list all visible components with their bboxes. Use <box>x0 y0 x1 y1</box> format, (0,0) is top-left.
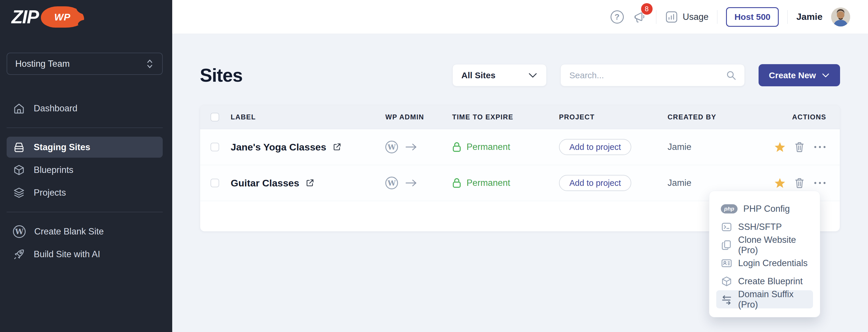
row-checkbox[interactable] <box>211 143 219 151</box>
clone-icon <box>721 239 732 251</box>
sidebar-item-label: Dashboard <box>34 103 78 113</box>
cube-icon <box>721 276 732 287</box>
sidebar-divider <box>7 128 163 128</box>
sidebar-item-staging-sites[interactable]: Staging Sites <box>7 137 163 158</box>
sidebar-item-build-site-with-ai[interactable]: Build Site with AI <box>7 244 163 265</box>
table-header-row: LABEL WP ADMIN TIME TO EXPIRE PROJECT CR… <box>200 105 840 129</box>
avatar[interactable] <box>831 7 850 27</box>
lock-icon <box>452 141 461 153</box>
column-header-project: PROJECT <box>559 113 668 121</box>
menu-item-label: Clone Website (Pro) <box>738 235 808 256</box>
star-icon[interactable] <box>774 178 785 188</box>
sidebar-nav: Dashboard Staging Sites Blueprints Proje… <box>7 98 163 266</box>
sidebar-item-create-blank-site[interactable]: W Create Blank Site <box>7 221 163 242</box>
cube-icon <box>13 164 25 176</box>
filter-selected-value: All Sites <box>461 70 495 80</box>
trash-icon[interactable] <box>795 141 804 153</box>
search-box <box>560 64 745 86</box>
home-icon <box>13 102 25 114</box>
menu-item-domain-suffix[interactable]: Domain Suffix (Pro) <box>716 290 813 308</box>
domain-suffix-icon <box>721 294 732 305</box>
logo-zip-text: ZIP <box>11 8 39 26</box>
select-all-checkbox[interactable] <box>211 113 219 122</box>
team-selector-label: Hosting Team <box>15 59 70 69</box>
trash-icon[interactable] <box>795 177 804 189</box>
user-name: Jamie <box>796 11 823 22</box>
row-checkbox[interactable] <box>211 179 219 187</box>
external-link-icon[interactable] <box>306 179 314 187</box>
column-header-actions: ACTIONS <box>768 113 826 121</box>
topbar: ? 8 Usage Host 500 Jamie <box>172 0 868 34</box>
archive-box-icon <box>13 141 25 153</box>
topbar-divider <box>656 10 656 24</box>
add-to-project-button[interactable]: Add to project <box>559 175 631 191</box>
menu-item-login-credentials[interactable]: Login Credentials <box>716 254 813 272</box>
sidebar-item-label: Projects <box>34 188 66 198</box>
menu-item-php-config[interactable]: php PHP Config <box>716 200 813 218</box>
chevron-down-icon <box>822 73 830 78</box>
sidebar-divider <box>7 212 163 212</box>
column-header-label: LABEL <box>231 113 385 121</box>
menu-item-clone-website[interactable]: Clone Website (Pro) <box>716 236 813 254</box>
menu-item-label: Login Credentials <box>738 258 808 268</box>
menu-item-create-blueprint[interactable]: Create Blueprint <box>716 272 813 290</box>
wordpress-admin-icon[interactable]: W <box>385 141 398 153</box>
arrow-right-icon[interactable] <box>405 179 417 187</box>
wordpress-icon: W <box>13 225 26 238</box>
zipwp-logo[interactable]: ZIP WP <box>11 6 84 28</box>
create-new-label: Create New <box>769 70 816 80</box>
ellipsis-menu-icon[interactable] <box>813 181 826 185</box>
created-by: Jamie <box>668 142 768 152</box>
help-button[interactable]: ? <box>611 10 624 24</box>
sidebar-item-blueprints[interactable]: Blueprints <box>7 159 163 180</box>
host-plan-button[interactable]: Host 500 <box>726 7 779 27</box>
column-header-time-to-expire: TIME TO EXPIRE <box>452 113 559 121</box>
add-to-project-button[interactable]: Add to project <box>559 139 631 155</box>
create-new-button[interactable]: Create New <box>758 64 840 86</box>
created-by: Jamie <box>668 178 768 188</box>
menu-item-label: PHP Config <box>743 204 790 214</box>
notifications-button[interactable]: 8 <box>632 9 647 25</box>
page-controls: All Sites Create New <box>453 64 840 86</box>
star-icon[interactable] <box>774 142 785 152</box>
sidebar: ZIP WP Hosting Team Dashboard Staging Si… <box>0 0 172 332</box>
sidebar-item-label: Create Blank Site <box>34 226 104 237</box>
page-header: Sites All Sites Create New <box>200 64 840 86</box>
terminal-icon <box>721 221 732 233</box>
help-icon: ? <box>611 10 624 24</box>
expire-status: Permanent <box>467 142 510 152</box>
team-selector[interactable]: Hosting Team <box>7 53 163 75</box>
wordpress-admin-icon[interactable]: W <box>385 177 398 189</box>
chevron-up-down-icon <box>146 58 154 70</box>
table-row: Jane's Yoga Classes W Permanent Add to p… <box>200 129 840 165</box>
sites-filter-select[interactable]: All Sites <box>453 64 547 86</box>
sidebar-item-label: Build Site with AI <box>34 249 100 260</box>
topbar-divider <box>787 10 788 24</box>
page-title: Sites <box>200 65 243 86</box>
id-card-icon <box>721 258 732 269</box>
wp-flame-icon: WP <box>41 6 84 28</box>
usage-button[interactable]: Usage <box>665 10 709 24</box>
column-header-wp-admin: WP ADMIN <box>385 113 452 121</box>
sidebar-item-label: Staging Sites <box>34 142 90 153</box>
menu-item-label: Domain Suffix (Pro) <box>738 289 808 310</box>
avatar-photo <box>831 7 850 27</box>
sidebar-item-dashboard[interactable]: Dashboard <box>7 98 163 119</box>
sidebar-item-label: Blueprints <box>34 165 73 175</box>
usage-label: Usage <box>683 12 709 22</box>
layers-icon <box>13 187 25 199</box>
ellipsis-menu-icon[interactable] <box>813 145 826 149</box>
external-link-icon[interactable] <box>333 143 341 151</box>
chevron-down-icon <box>528 72 538 78</box>
site-actions-menu: php PHP Config SSH/SFTP Clone Website (P… <box>709 191 820 317</box>
search-input[interactable] <box>560 64 745 86</box>
sidebar-item-projects[interactable]: Projects <box>7 182 163 203</box>
arrow-right-icon[interactable] <box>405 143 417 151</box>
expire-status: Permanent <box>467 178 510 188</box>
logo-wp-text: WP <box>54 11 70 23</box>
site-label: Guitar Classes <box>231 177 299 189</box>
search-icon <box>726 70 737 81</box>
menu-item-ssh-sftp[interactable]: SSH/SFTP <box>716 218 813 236</box>
php-icon: php <box>721 204 738 213</box>
lock-icon <box>452 177 461 189</box>
